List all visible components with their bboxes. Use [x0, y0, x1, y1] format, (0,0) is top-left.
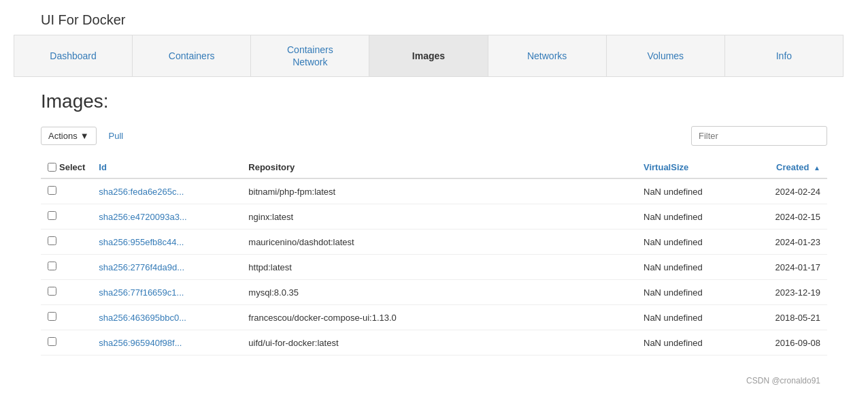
row-repo-1: nginx:latest	[241, 204, 637, 230]
images-table: Select Id Repository VirtualSize Created…	[41, 157, 827, 356]
row-id-link-1[interactable]: sha256:e4720093a3...	[99, 212, 186, 222]
col-virtualsize[interactable]: VirtualSize	[637, 157, 739, 178]
nav-info[interactable]: Info	[725, 35, 843, 76]
row-id-link-6[interactable]: sha256:965940f98f...	[99, 338, 182, 348]
nav-networks[interactable]: Networks	[488, 35, 607, 76]
row-id-link-5[interactable]: sha256:463695bbc0...	[99, 313, 186, 323]
nav-bar: Dashboard Containers ContainersNetwork I…	[14, 35, 844, 77]
main-content: Images: Actions ▼ Pull Select Id	[0, 77, 868, 399]
row-id-link-2[interactable]: sha256:955efb8c44...	[99, 237, 184, 247]
table-row: sha256:463695bbc0... francescou/docker-c…	[41, 305, 827, 330]
row-id-link-3[interactable]: sha256:2776f4da9d...	[99, 262, 184, 272]
row-created-1: 2024-02-15	[739, 204, 827, 230]
row-repo-5: francescou/docker-compose-ui:1.13.0	[241, 305, 637, 330]
nav-containers[interactable]: Containers	[133, 35, 251, 76]
row-created-2: 2024-01-23	[739, 230, 827, 255]
row-created-0: 2024-02-24	[739, 178, 827, 204]
nav-dashboard[interactable]: Dashboard	[14, 35, 133, 76]
footer-note: CSDN @cronaldo91	[41, 376, 827, 385]
actions-label: Actions	[48, 131, 78, 141]
table-row: sha256:feda6e265c... bitnami/php-fpm:lat…	[41, 178, 827, 204]
row-checkbox-2[interactable]	[48, 236, 56, 245]
actions-button[interactable]: Actions ▼	[41, 127, 97, 145]
pull-button[interactable]: Pull	[103, 127, 129, 144]
row-repo-2: mauricenino/dashdot:latest	[241, 230, 637, 255]
sort-arrow-icon: ▲	[814, 164, 820, 172]
nav-images[interactable]: Images	[369, 35, 488, 76]
row-checkbox-0[interactable]	[48, 186, 56, 195]
row-id-link-0[interactable]: sha256:feda6e265c...	[99, 187, 184, 197]
table-row: sha256:965940f98f... uifd/ui-for-docker:…	[41, 330, 827, 356]
table-row: sha256:955efb8c44... mauricenino/dashdot…	[41, 230, 827, 255]
table-row: sha256:2776f4da9d... httpd:latest NaN un…	[41, 255, 827, 280]
row-created-5: 2018-05-21	[739, 305, 827, 330]
row-created-3: 2024-01-17	[739, 255, 827, 280]
row-checkbox-3[interactable]	[48, 262, 56, 270]
select-all-checkbox[interactable]	[48, 163, 56, 172]
row-created-4: 2023-12-19	[739, 280, 827, 305]
row-repo-0: bitnami/php-fpm:latest	[241, 178, 637, 204]
row-checkbox-6[interactable]	[48, 337, 56, 346]
row-size-4: NaN undefined	[637, 280, 739, 305]
row-id-link-4[interactable]: sha256:77f16659c1...	[99, 287, 184, 298]
table-row: sha256:e4720093a3... nginx:latest NaN un…	[41, 204, 827, 230]
actions-caret-icon: ▼	[80, 131, 89, 141]
row-checkbox-4[interactable]	[48, 287, 56, 296]
toolbar: Actions ▼ Pull	[41, 126, 827, 146]
row-size-1: NaN undefined	[637, 204, 739, 230]
col-repository: Repository	[241, 157, 637, 178]
row-repo-4: mysql:8.0.35	[241, 280, 637, 305]
app-title: UI For Docker	[0, 0, 868, 35]
select-all-label[interactable]: Select	[48, 162, 85, 172]
row-repo-6: uifd/ui-for-docker:latest	[241, 330, 637, 356]
nav-containers-network[interactable]: ContainersNetwork	[251, 35, 369, 76]
row-created-6: 2016-09-08	[739, 330, 827, 356]
row-checkbox-1[interactable]	[48, 211, 56, 220]
col-created[interactable]: Created ▲	[739, 157, 827, 178]
row-repo-3: httpd:latest	[241, 255, 637, 280]
row-size-2: NaN undefined	[637, 230, 739, 255]
row-size-6: NaN undefined	[637, 330, 739, 356]
nav-volumes[interactable]: Volumes	[607, 35, 725, 76]
row-size-5: NaN undefined	[637, 305, 739, 330]
row-size-3: NaN undefined	[637, 255, 739, 280]
page-title: Images:	[41, 91, 827, 112]
row-checkbox-5[interactable]	[48, 312, 56, 321]
filter-input[interactable]	[691, 126, 827, 146]
table-row: sha256:77f16659c1... mysql:8.0.35 NaN un…	[41, 280, 827, 305]
row-size-0: NaN undefined	[637, 178, 739, 204]
col-id[interactable]: Id	[92, 157, 241, 178]
